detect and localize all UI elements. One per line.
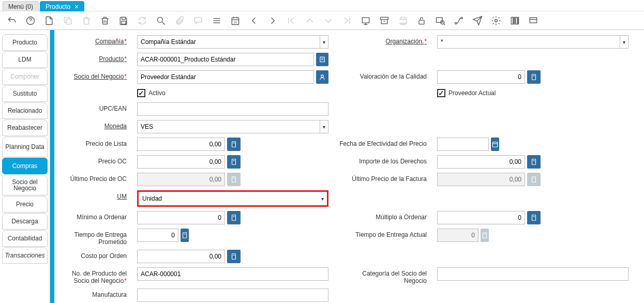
search-icon[interactable] <box>154 14 168 27</box>
socio-lookup-button[interactable] <box>316 70 328 84</box>
label-moneda: Moneda <box>104 123 127 130</box>
socio-negocio-input[interactable] <box>137 70 314 84</box>
label-minimo-ordenar: Mínimo a Ordenar <box>77 214 127 221</box>
categoria-socio-input[interactable] <box>437 267 628 281</box>
tiempo-prometido-input[interactable] <box>137 229 178 242</box>
chevron-down-icon[interactable]: ▾ <box>320 35 328 49</box>
producto-input[interactable] <box>137 53 314 66</box>
label-organizacion: Organización. <box>385 38 427 45</box>
sidebar-item-descarga[interactable]: Descarga <box>2 213 48 230</box>
chevron-down-icon[interactable]: ▾ <box>320 120 328 133</box>
calc-icon[interactable] <box>527 70 541 84</box>
label-fecha-efectividad: Fecha de Efectividad del Precio <box>339 140 427 147</box>
archive-icon[interactable] <box>378 14 391 27</box>
sidebar-item-contab[interactable]: Contabilidad <box>2 230 48 247</box>
save-icon[interactable] <box>117 14 130 27</box>
attachment-icon <box>173 14 186 27</box>
tab-menu-label: Menú (0) <box>8 3 33 10</box>
svg-rect-18 <box>381 17 388 19</box>
no-producto-socio-input[interactable] <box>137 267 328 281</box>
valoracion-calidad-input[interactable] <box>437 70 525 84</box>
undo-icon[interactable] <box>5 14 19 27</box>
lock-icon[interactable] <box>415 14 428 27</box>
workflow-icon[interactable] <box>452 14 466 27</box>
sidebar-item-componer: Componer <box>2 68 48 85</box>
new-icon[interactable] <box>42 14 56 27</box>
importe-derechos-input[interactable] <box>437 155 525 169</box>
sidebar-item-precio[interactable]: Precio <box>2 196 48 213</box>
svg-rect-29 <box>518 17 519 24</box>
label-precio-lista: Precio de Lista <box>86 140 127 147</box>
costo-orden-input[interactable] <box>137 250 225 263</box>
process-icon[interactable] <box>489 14 503 27</box>
sidebar-item-relacionado[interactable]: Relacionado <box>2 102 48 119</box>
sidebar-item-compras[interactable]: Compras <box>2 158 48 174</box>
zoom-across-icon[interactable] <box>433 14 447 27</box>
label-compania: Compañía <box>95 38 127 45</box>
quickinfo-icon[interactable] <box>527 14 540 27</box>
um-input[interactable] <box>139 192 318 205</box>
chevron-down-icon[interactable]: ▾ <box>620 35 628 49</box>
calendar-icon[interactable]: 31 <box>229 14 242 27</box>
label-ultimo-precio-oc: Último Precio de OC <box>70 175 127 183</box>
calc-icon[interactable] <box>527 155 541 169</box>
sidebar-item-trans[interactable]: Transacciones <box>2 247 48 264</box>
calc-icon[interactable] <box>227 250 241 263</box>
chevron-down-icon[interactable]: ▾ <box>318 192 327 205</box>
tab-product[interactable]: Producto × <box>40 1 84 11</box>
calc-icon <box>527 173 541 186</box>
help-icon[interactable] <box>24 14 37 27</box>
precio-lista-input[interactable] <box>137 138 225 151</box>
activo-checkbox[interactable]: Activo <box>137 88 166 98</box>
sidebar-item-producto[interactable]: Producto <box>2 34 48 51</box>
svg-point-25 <box>495 19 498 22</box>
toolbar: 31 <box>0 11 644 30</box>
calendar-picker-icon[interactable] <box>491 138 499 151</box>
svg-rect-26 <box>511 17 513 24</box>
report-icon[interactable] <box>359 14 372 27</box>
svg-rect-58 <box>232 254 236 260</box>
sidebar-item-ldm[interactable]: LDM <box>2 51 48 68</box>
multiplo-ordenar-input[interactable] <box>437 211 525 224</box>
product-info-icon[interactable] <box>508 14 521 27</box>
svg-rect-42 <box>232 159 236 165</box>
upc-ean-input[interactable] <box>137 102 328 116</box>
svg-rect-56 <box>483 233 487 238</box>
sidebar-item-sustituto[interactable]: Sustituto <box>2 85 48 102</box>
calc-icon <box>481 229 489 242</box>
moneda-input[interactable] <box>137 120 320 133</box>
calc-icon[interactable] <box>227 211 241 224</box>
tiempo-actual-input <box>437 229 478 242</box>
label-multiplo-ordenar: Múltiplo a Ordenar <box>376 214 427 221</box>
producto-lookup-button[interactable] <box>316 53 328 66</box>
minimo-ordenar-input[interactable] <box>137 211 225 224</box>
svg-rect-30 <box>530 18 536 23</box>
tab-product-label: Producto <box>46 3 70 10</box>
tab-menu[interactable]: Menú (0) <box>3 1 39 11</box>
close-icon[interactable]: × <box>74 3 79 10</box>
compania-input[interactable] <box>137 35 320 49</box>
precio-oc-input[interactable] <box>137 155 225 169</box>
fecha-efectividad-input[interactable] <box>437 138 489 151</box>
calc-icon[interactable] <box>181 229 189 242</box>
refresh-icon <box>136 14 149 27</box>
proveedor-actual-checkbox[interactable]: Proveedor Actual <box>437 88 496 98</box>
first-icon <box>284 14 298 27</box>
request-icon[interactable] <box>471 14 484 27</box>
sidebar-item-reabastecer[interactable]: Reabastecer <box>2 119 48 136</box>
svg-rect-36 <box>532 74 536 80</box>
sidebar-item-socio[interactable]: Socio del Negocio <box>2 175 48 195</box>
chevron-right-icon[interactable] <box>266 14 279 27</box>
manufactura-input[interactable] <box>137 289 328 302</box>
calc-icon[interactable] <box>227 155 241 169</box>
svg-point-24 <box>461 17 462 19</box>
grid-toggle-icon[interactable] <box>210 14 223 27</box>
calc-icon[interactable] <box>527 211 541 224</box>
sidebar-item-planning[interactable]: Planning Data <box>2 137 48 157</box>
svg-point-23 <box>455 22 457 24</box>
chevron-left-icon[interactable] <box>247 14 261 27</box>
delete-selection-icon[interactable] <box>98 14 112 27</box>
label-tiempo-prometido: Tiempo de Entrega Prometido <box>59 231 127 246</box>
calc-icon[interactable] <box>227 138 241 151</box>
organizacion-input[interactable] <box>437 35 620 49</box>
